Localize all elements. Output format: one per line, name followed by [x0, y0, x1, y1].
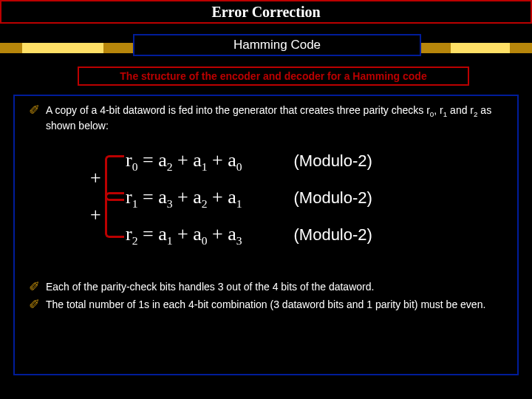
eq-term-var: a	[228, 149, 236, 171]
text-fragment: A copy of a 4-bit dataword is fed into t…	[46, 104, 430, 116]
bullet-icon: ✐	[22, 103, 46, 118]
bullet-1-text: A copy of a 4-bit dataword is fed into t…	[46, 103, 508, 133]
slide-subtitle: Hamming Code	[133, 34, 421, 56]
eq-equals: =	[137, 186, 158, 208]
bracket-2	[105, 192, 124, 238]
eq-term-sub: 1	[236, 197, 242, 210]
bullet-3: ✐ The total number of 1s in each 4-bit c…	[22, 298, 508, 313]
bullet-icon: ✐	[22, 298, 46, 313]
eq-term-var: a	[193, 223, 202, 245]
text-fragment: , r	[434, 104, 443, 116]
plus-connector-2: +	[90, 204, 101, 226]
eq-term-var: a	[228, 223, 236, 245]
bullet-1: ✐ A copy of a 4-bit dataword is fed into…	[22, 103, 508, 133]
eq-equals: =	[137, 149, 158, 171]
eq-plus: +	[208, 149, 228, 171]
eq-plus: +	[172, 223, 193, 245]
eq-term-sub: 2	[202, 197, 208, 210]
eq-plus: +	[172, 149, 193, 171]
eq-modulo: (Modulo-2)	[294, 188, 372, 208]
equation-3: r2 = a1 + a0 + a3(Modulo-2)	[126, 223, 372, 248]
content-panel: ✐ A copy of a 4-bit dataword is fed into…	[13, 95, 519, 375]
plus-connector-1: +	[90, 167, 101, 189]
slide-title: Error Correction	[0, 0, 532, 24]
eq-lhs-var: r	[126, 186, 132, 208]
eq-lhs-var: r	[126, 149, 132, 171]
bullet-3-text: The total number of 1s in each 4-bit com…	[46, 298, 508, 312]
eq-term-var: a	[193, 186, 202, 208]
eq-plus: +	[208, 223, 228, 245]
eq-modulo: (Modulo-2)	[294, 151, 372, 171]
eq-term-sub: 0	[202, 234, 208, 247]
text-fragment: and r	[447, 104, 474, 116]
eq-lhs-var: r	[126, 223, 132, 245]
slide-caption: The structure of the encoder and decoder…	[78, 66, 469, 86]
eq-term-var: a	[228, 186, 236, 208]
eq-equals: =	[137, 223, 158, 245]
eq-term-var: a	[158, 223, 167, 245]
equation-1: r0 = a2 + a1 + a0(Modulo-2)	[126, 149, 372, 174]
bullet-2-text: Each of the parity-check bits handles 3 …	[46, 280, 508, 294]
equation-2: r1 = a3 + a2 + a1(Modulo-2)	[126, 186, 372, 211]
eq-term-var: a	[193, 149, 202, 171]
eq-term-var: a	[158, 186, 167, 208]
eq-plus: +	[208, 186, 228, 208]
equations-area: + + r0 = a2 + a1 + a0(Modulo-2) r1 = a3 …	[74, 149, 508, 264]
bullet-2: ✐ Each of the parity-check bits handles …	[22, 280, 508, 295]
eq-modulo: (Modulo-2)	[294, 225, 372, 245]
eq-term-sub: 1	[202, 160, 208, 173]
eq-term-sub: 3	[236, 234, 242, 247]
bullet-icon: ✐	[22, 280, 46, 295]
eq-term-sub: 0	[236, 160, 242, 173]
eq-term-var: a	[158, 149, 167, 171]
eq-plus: +	[172, 186, 193, 208]
